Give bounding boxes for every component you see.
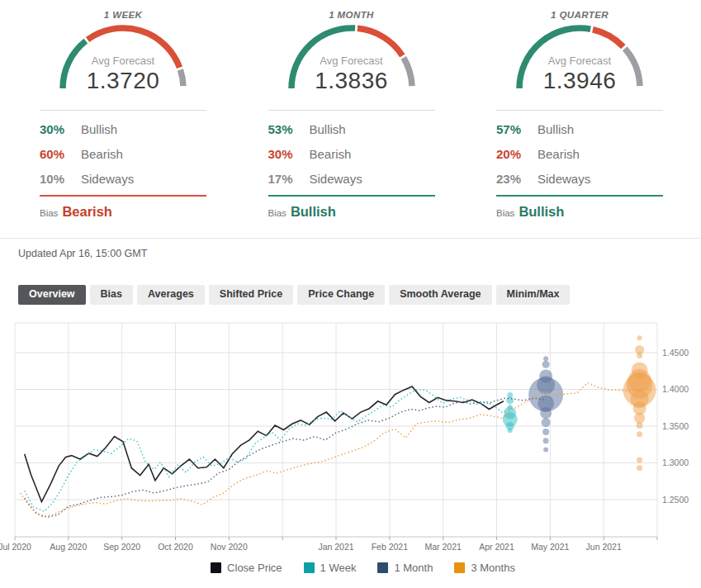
legend-item-3-months[interactable]: 3 Months [454,562,514,574]
bias-underline [268,195,435,197]
series-close-price [25,386,504,502]
stat-bearish: 30%Bearish [268,141,435,166]
stat-bullish: 57%Bullish [496,116,663,141]
stat-bearish: 20%Bearish [496,141,663,166]
legend-label: 1 Week [320,562,357,574]
legend-item-1-month[interactable]: 1 Month [377,562,433,574]
bias-row: Bias Bearish [40,204,206,220]
bullish-pct: 53% [268,122,310,136]
stat-sideways: 10%Sideways [40,166,206,191]
sideways-label: Sideways [81,172,134,186]
chart-legend: Close Price1 Week1 Month3 Months [0,562,701,574]
forecast-bubble-cluster [623,335,656,471]
bearish-label: Bearish [310,147,352,161]
svg-text:Apr 2021: Apr 2021 [479,542,514,552]
stat-bullish: 30%Bullish [40,116,206,141]
bias-row: Bias Bullish [496,204,663,220]
svg-text:1.2500: 1.2500 [662,494,689,504]
svg-text:1.3000: 1.3000 [662,458,689,467]
bullish-pct: 30% [40,122,81,136]
forecast-card-1-month: 1 MONTH Avg Forecast 1.3836 53%Bullish 3… [268,7,435,220]
series-1-week [25,389,510,511]
chart-svg: 1.45001.40001.35001.30001.2500Jul 2020Au… [0,315,701,557]
bearish-pct: 30% [268,147,310,161]
forecast-cards: 1 WEEK Avg Forecast 1.3720 30%Bullish 60… [0,0,701,220]
sideways-pct: 17% [268,172,310,186]
tab-overview[interactable]: Overview [18,285,86,305]
stat-bearish: 60%Bearish [40,141,206,166]
bias-label: Bias [40,208,58,218]
gauge-arc-svg [268,21,435,92]
tab-bias[interactable]: Bias [90,285,133,305]
bullish-label: Bullish [310,122,346,136]
bias-row: Bias Bullish [268,204,435,220]
sideways-label: Sideways [538,172,590,186]
svg-text:Sep 2020: Sep 2020 [103,542,140,552]
legend-label: 1 Month [394,562,433,574]
tab-shifted-price[interactable]: Shifted Price [209,285,293,305]
legend-swatch-icon [454,562,465,573]
bearish-label: Bearish [81,147,123,161]
bias-label: Bias [268,208,287,218]
svg-text:Jul 2020: Jul 2020 [0,542,31,552]
forecast-poll-widget: 1 WEEK Avg Forecast 1.3720 30%Bullish 60… [0,0,701,574]
bias-label: Bias [496,208,514,218]
sideways-pct: 23% [496,172,538,186]
svg-text:1.4500: 1.4500 [662,347,689,357]
chart-tabs: Overview Bias Averages Shifted Price Pri… [0,285,701,305]
svg-text:Feb 2021: Feb 2021 [372,542,409,552]
forecast-card-1-quarter: 1 QUARTER Avg Forecast 1.3946 57%Bullish… [496,7,663,220]
sideways-pct: 10% [40,172,81,186]
svg-text:May 2021: May 2021 [531,542,569,552]
legend-swatch-icon [211,562,221,573]
bias-underline [40,195,206,197]
updated-timestamp: Updated Apr 16, 15:00 GMT [0,239,701,259]
card-period-title: 1 MONTH [268,10,435,20]
card-divider [268,110,435,111]
svg-text:Jun 2021: Jun 2021 [586,542,622,552]
bias-underline [496,195,663,197]
bias-value: Bullish [519,204,564,220]
svg-text:Aug 2020: Aug 2020 [50,542,87,552]
svg-text:1.3500: 1.3500 [662,420,689,430]
forecast-bubble-cluster [528,356,563,452]
svg-text:Oct 2020: Oct 2020 [158,542,193,552]
sentiment-stats: 30%Bullish 60%Bearish 10%Sideways [40,116,206,191]
gauge-arc-svg [496,21,663,92]
forecast-card-1-week: 1 WEEK Avg Forecast 1.3720 30%Bullish 60… [40,7,206,220]
svg-text:Nov 2020: Nov 2020 [211,542,248,552]
legend-label: Close Price [227,562,282,574]
stat-sideways: 23%Sideways [496,166,663,191]
forecast-overview-chart[interactable]: 1.45001.40001.35001.30001.2500Jul 2020Au… [0,315,701,560]
legend-swatch-icon [304,562,315,573]
bullish-pct: 57% [496,122,538,136]
card-divider [40,110,206,111]
sentiment-stats: 53%Bullish 30%Bearish 17%Sideways [268,116,435,191]
tab-minim-max[interactable]: Minim/Max [496,285,571,305]
stat-bullish: 53%Bullish [268,116,435,141]
card-divider [496,110,663,111]
gauge-arc-svg [40,21,206,92]
card-period-title: 1 QUARTER [496,10,663,20]
svg-text:Mar 2021: Mar 2021 [424,542,462,552]
gauge-1-quarter: Avg Forecast 1.3946 [496,21,663,92]
bias-value: Bearish [62,204,112,220]
sideways-label: Sideways [310,172,362,186]
bias-value: Bullish [291,204,336,220]
bullish-label: Bullish [538,122,574,136]
sentiment-stats: 57%Bullish 20%Bearish 23%Sideways [496,116,663,191]
bullish-label: Bullish [81,122,117,136]
tab-averages[interactable]: Averages [137,285,205,305]
legend-item-1-week[interactable]: 1 Week [304,562,357,574]
bearish-pct: 60% [40,147,81,161]
tab-price-change[interactable]: Price Change [297,285,385,305]
gauge-1-week: Avg Forecast 1.3720 [40,21,206,92]
legend-swatch-icon [377,562,388,573]
tab-smooth-average[interactable]: Smooth Average [389,285,491,305]
gauge-1-month: Avg Forecast 1.3836 [268,21,435,92]
legend-item-close-price[interactable]: Close Price [211,562,282,574]
bearish-pct: 20% [496,147,538,161]
svg-text:Jan 2021: Jan 2021 [318,542,353,552]
legend-label: 3 Months [471,562,514,574]
stat-sideways: 17%Sideways [268,166,435,191]
